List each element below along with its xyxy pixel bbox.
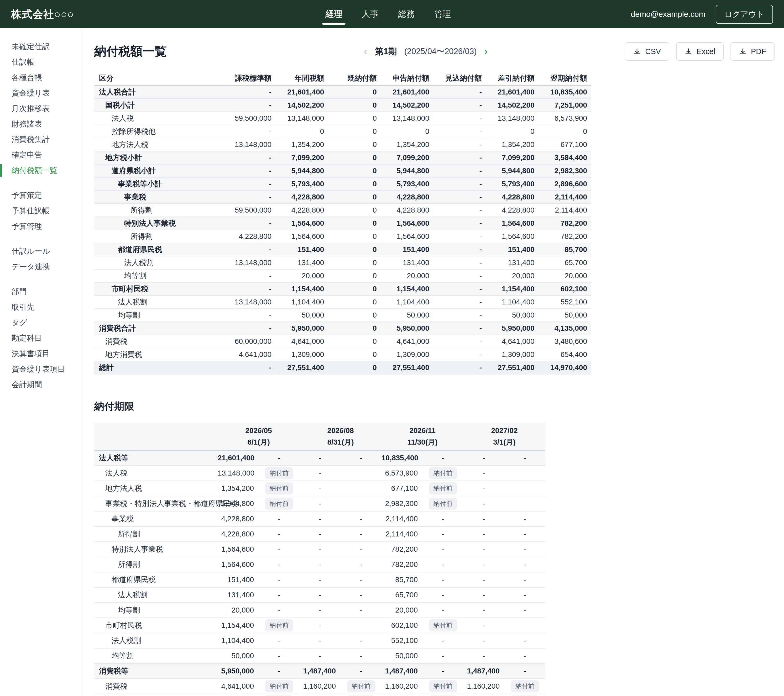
table-row: 法人税割131,400---65,700--- <box>94 587 545 602</box>
amount-cell: - <box>463 481 504 496</box>
amount-cell: 0 <box>328 230 381 243</box>
amount-cell: 1,487,400 <box>382 663 422 679</box>
tax-column-header: 既納付額 <box>328 71 381 86</box>
amount-cell: 1,309,000 <box>276 348 328 361</box>
amount-cell: - <box>433 151 486 164</box>
table-row: 消費税等5,950,000-1,487,400-1,487,400-1,487,… <box>94 663 545 679</box>
table-row: 法人税割13,148,0001,104,40001,104,400-1,104,… <box>94 296 591 309</box>
payment-status-cell <box>341 618 382 633</box>
amount-cell: 4,228,800 <box>381 191 433 204</box>
deadline-table-header-row: 2026/056/1(月)2026/088/31(月)2026/1111/30(… <box>94 423 545 450</box>
amount-cell: - <box>300 511 341 527</box>
sidebar-item[interactable]: 予算仕訳帳 <box>0 203 82 219</box>
payment-status-cell: - <box>422 648 463 663</box>
row-label: 法人税割 <box>94 296 223 309</box>
sidebar-item[interactable]: 会計期間 <box>0 377 82 392</box>
row-label: 地方税小計 <box>94 151 223 164</box>
table-row: 均等割50,000---50,000--- <box>94 648 545 663</box>
export-pdf-button[interactable]: PDF <box>730 42 774 61</box>
export-csv-button[interactable]: CSV <box>624 42 669 61</box>
amount-cell: 1,154,400 <box>486 282 539 296</box>
deadline-table-body: 法人税等21,601,400---10,835,400---法人税13,148,… <box>94 450 545 696</box>
export-button-label: CSV <box>645 47 661 56</box>
sidebar-item[interactable]: 予算管理 <box>0 219 82 234</box>
sidebar-item[interactable]: 決算書項目 <box>0 346 82 361</box>
payment-status-cell: - <box>341 557 382 572</box>
payment-status-badge: 納付前 <box>265 482 293 494</box>
export-excel-button[interactable]: Excel <box>676 42 724 61</box>
amount-cell: 0 <box>328 256 381 269</box>
amount-cell: 131,400 <box>486 256 539 269</box>
table-row: 総計-27,551,400027,551,400-27,551,40014,97… <box>94 361 591 374</box>
sidebar-item[interactable]: 部門 <box>0 284 82 299</box>
amount-cell: 782,200 <box>539 217 591 230</box>
sidebar-item[interactable]: 各種台帳 <box>0 70 82 85</box>
deadline-period-header: 2026/1111/30(月) <box>382 423 463 450</box>
amount-cell: - <box>433 164 486 178</box>
sidebar-item[interactable]: 資金繰り表項目 <box>0 361 82 377</box>
amount-cell: 1,154,400 <box>276 282 328 296</box>
amount-cell: - <box>463 587 504 602</box>
row-label: 市町村民税 <box>94 282 223 296</box>
period-month: 2027/02 <box>463 425 545 436</box>
sidebar-item[interactable]: 未確定仕訳 <box>0 39 82 54</box>
tab-人事[interactable]: 人事 <box>362 0 379 28</box>
amount-cell: 4,641,000 <box>217 679 259 694</box>
payment-status-cell <box>504 496 545 511</box>
amount-cell: 1,354,200 <box>381 138 433 151</box>
row-label: 地方消費税 <box>94 694 217 696</box>
table-row: 事業税・特別法人事業税・都道府県民税5,944,800納付前-2,982,300… <box>94 496 545 511</box>
amount-cell: 4,228,800 <box>381 204 433 217</box>
payment-status-cell: - <box>504 450 545 466</box>
sidebar-item[interactable]: 予算策定 <box>0 188 82 203</box>
deadline-section-title: 納付期限 <box>94 400 774 413</box>
prev-period-icon[interactable]: ‹ <box>364 46 367 57</box>
sidebar-item[interactable]: 仕訳帳 <box>0 54 82 70</box>
amount-cell: 1,104,400 <box>381 296 433 309</box>
amount-cell: - <box>433 112 486 125</box>
sidebar-item[interactable]: 確定申告 <box>0 147 82 163</box>
module-tabs: 経理人事総務管理 <box>326 0 451 28</box>
sidebar-item[interactable]: 取引先 <box>0 299 82 315</box>
amount-cell: 1,104,400 <box>276 296 328 309</box>
amount-cell: 0 <box>328 151 381 164</box>
tab-総務[interactable]: 総務 <box>398 0 415 28</box>
amount-cell: - <box>223 151 276 164</box>
sidebar-item[interactable]: 月次推移表 <box>0 101 82 116</box>
tab-管理[interactable]: 管理 <box>434 0 451 28</box>
payment-status-cell: 納付前 <box>422 496 463 511</box>
amount-cell: - <box>223 361 276 374</box>
amount-cell: 7,251,000 <box>539 99 591 112</box>
sidebar-item[interactable]: 勘定科目 <box>0 331 82 346</box>
row-label: 消費税 <box>94 335 223 348</box>
sidebar-item[interactable]: 仕訳ルール <box>0 244 82 259</box>
sidebar-item[interactable]: 財務諸表 <box>0 116 82 132</box>
table-row: 消費税4,641,000納付前1,160,200納付前1,160,200納付前1… <box>94 679 545 694</box>
amount-cell: 677,100 <box>539 138 591 151</box>
amount-cell: - <box>433 125 486 138</box>
payment-status-cell <box>341 481 382 496</box>
sidebar-item[interactable]: 納付税額一覧 <box>0 163 82 178</box>
amount-cell: - <box>300 648 341 663</box>
amount-cell: - <box>223 125 276 138</box>
download-icon <box>739 48 747 55</box>
sidebar-item[interactable]: 資金繰り表 <box>0 85 82 101</box>
amount-cell: 21,601,400 <box>217 450 259 466</box>
main-content: 納付税額一覧 ‹ 第1期 (2025/04〜2026/03) › CSVExce… <box>82 28 784 696</box>
sidebar-item[interactable]: タグ <box>0 315 82 331</box>
payment-status-cell: - <box>341 587 382 602</box>
tab-経理[interactable]: 経理 <box>326 0 343 28</box>
sidebar-item[interactable]: データ連携 <box>0 259 82 275</box>
next-period-icon[interactable]: › <box>484 46 488 57</box>
logout-button[interactable]: ログアウト <box>716 5 773 24</box>
amount-cell: 85,700 <box>539 243 591 256</box>
amount-cell: 1,154,400 <box>217 618 259 633</box>
amount-cell: 0 <box>328 217 381 230</box>
amount-cell: 1,564,600 <box>486 217 539 230</box>
sidebar-item[interactable]: 消費税集計 <box>0 132 82 147</box>
amount-cell: 4,641,000 <box>223 348 276 361</box>
amount-cell: 0 <box>328 322 381 335</box>
amount-cell: 4,135,000 <box>539 322 591 335</box>
amount-cell: 0 <box>328 99 381 112</box>
row-label: 法人税割 <box>94 256 223 269</box>
